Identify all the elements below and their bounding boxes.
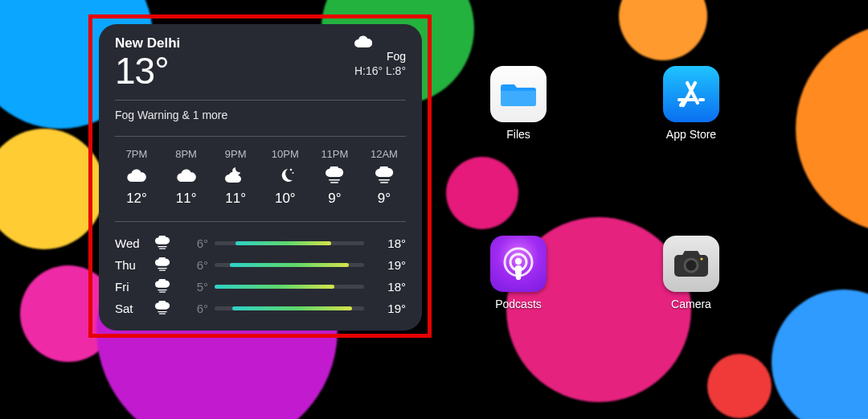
svg-point-1 bbox=[292, 172, 293, 174]
divider bbox=[115, 100, 406, 101]
svg-rect-3 bbox=[330, 182, 338, 183]
hourly-slot: 7PM 12° bbox=[115, 148, 158, 207]
svg-rect-8 bbox=[158, 268, 166, 269]
cloud-fog-icon bbox=[375, 166, 394, 184]
daily-day: Fri bbox=[115, 280, 154, 294]
daily-low: 5° bbox=[181, 280, 215, 294]
weather-alert[interactable]: Fog Warning & 1 more bbox=[115, 107, 406, 126]
hourly-time: 9PM bbox=[225, 148, 247, 160]
cloud-moon-icon bbox=[225, 166, 246, 184]
weather-hilo: H:16° L:8° bbox=[354, 64, 406, 77]
hourly-time: 7PM bbox=[126, 148, 148, 160]
daily-high: 18° bbox=[375, 236, 406, 250]
temp-range-bar bbox=[215, 241, 364, 245]
app-label: App Store bbox=[666, 128, 716, 141]
daily-row: Thu 6° 19° bbox=[115, 255, 406, 274]
temp-range-bar bbox=[215, 306, 364, 310]
svg-line-18 bbox=[681, 103, 682, 105]
weather-widget[interactable]: New Delhi 13° Fog H:16° L:8° Fog Warning… bbox=[99, 24, 422, 331]
hourly-slot: 12AM 9° bbox=[362, 148, 406, 207]
files-icon bbox=[490, 66, 547, 122]
hourly-temp: 12° bbox=[126, 191, 147, 207]
svg-rect-10 bbox=[158, 290, 166, 290]
cloud-fog-icon bbox=[154, 236, 181, 250]
hourly-temp: 10° bbox=[275, 191, 296, 207]
svg-rect-9 bbox=[159, 270, 166, 271]
hourly-slot: 9PM 11° bbox=[214, 148, 257, 207]
svg-point-24 bbox=[686, 261, 697, 271]
weather-condition: Fog bbox=[354, 50, 406, 63]
hourly-temp: 11° bbox=[176, 191, 197, 207]
podcasts-icon bbox=[490, 236, 547, 292]
hourly-temp: 9° bbox=[378, 191, 391, 207]
hourly-time: 11PM bbox=[321, 148, 348, 160]
daily-day: Wed bbox=[115, 236, 154, 250]
hourly-time: 10PM bbox=[272, 148, 299, 160]
temp-range-bar bbox=[215, 263, 364, 267]
daily-high: 18° bbox=[375, 280, 406, 294]
weather-location: New Delhi bbox=[115, 35, 180, 51]
svg-rect-2 bbox=[329, 179, 340, 181]
app-podcasts[interactable]: Podcasts bbox=[474, 236, 563, 310]
hourly-temp: 9° bbox=[328, 191, 341, 207]
svg-rect-12 bbox=[158, 311, 166, 312]
cloud-fog-icon bbox=[154, 301, 181, 315]
svg-rect-11 bbox=[159, 292, 166, 293]
svg-rect-7 bbox=[159, 249, 166, 249]
app-appstore[interactable]: App Store bbox=[647, 66, 735, 141]
daily-day: Thu bbox=[115, 258, 154, 272]
app-camera[interactable]: Camera bbox=[647, 236, 735, 310]
daily-forecast[interactable]: Wed 6° 18° Thu 6° 19° Fri 5° 18° Sat 6° … bbox=[115, 228, 406, 318]
daily-high: 19° bbox=[375, 258, 406, 272]
daily-low: 6° bbox=[181, 258, 215, 272]
daily-row: Wed 6° 18° bbox=[115, 233, 406, 253]
app-label: Files bbox=[506, 128, 530, 141]
moon-stars-icon bbox=[276, 166, 294, 184]
divider bbox=[115, 136, 406, 137]
cloud-icon bbox=[354, 35, 406, 48]
daily-row: Fri 5° 18° bbox=[115, 277, 406, 296]
hourly-temp: 11° bbox=[225, 191, 246, 207]
svg-point-25 bbox=[700, 257, 702, 260]
daily-low: 6° bbox=[181, 302, 215, 315]
hourly-slot: 10PM 10° bbox=[264, 148, 307, 207]
app-label: Podcasts bbox=[495, 298, 542, 310]
hourly-time: 8PM bbox=[175, 148, 197, 160]
hourly-slot: 11PM 9° bbox=[313, 148, 356, 207]
cloud-fog-icon bbox=[154, 279, 181, 294]
appstore-icon bbox=[663, 66, 719, 122]
svg-point-21 bbox=[515, 258, 522, 265]
temp-range-bar bbox=[215, 285, 364, 289]
cloud-icon bbox=[177, 166, 196, 184]
app-label: Camera bbox=[671, 298, 711, 310]
weather-current-temp: 13° bbox=[115, 51, 180, 90]
camera-icon bbox=[663, 236, 719, 292]
cloud-icon bbox=[127, 166, 146, 184]
cloud-fog-icon bbox=[325, 166, 344, 184]
svg-rect-13 bbox=[159, 314, 166, 314]
cloud-fog-icon bbox=[154, 257, 181, 272]
svg-rect-4 bbox=[379, 179, 390, 181]
daily-high: 19° bbox=[375, 302, 406, 315]
daily-row: Sat 6° 19° bbox=[115, 298, 406, 318]
svg-rect-5 bbox=[380, 182, 388, 183]
hourly-forecast[interactable]: 7PM 12° 8PM 11° 9PM 11° 10PM 10° 11PM 9°… bbox=[115, 143, 406, 212]
hourly-slot: 8PM 11° bbox=[165, 148, 208, 207]
svg-point-0 bbox=[289, 169, 292, 171]
hourly-time: 12AM bbox=[371, 148, 398, 160]
svg-rect-6 bbox=[158, 246, 166, 247]
daily-day: Sat bbox=[115, 302, 154, 315]
daily-low: 6° bbox=[181, 236, 215, 250]
app-files[interactable]: Files bbox=[474, 66, 563, 141]
divider bbox=[115, 221, 406, 222]
